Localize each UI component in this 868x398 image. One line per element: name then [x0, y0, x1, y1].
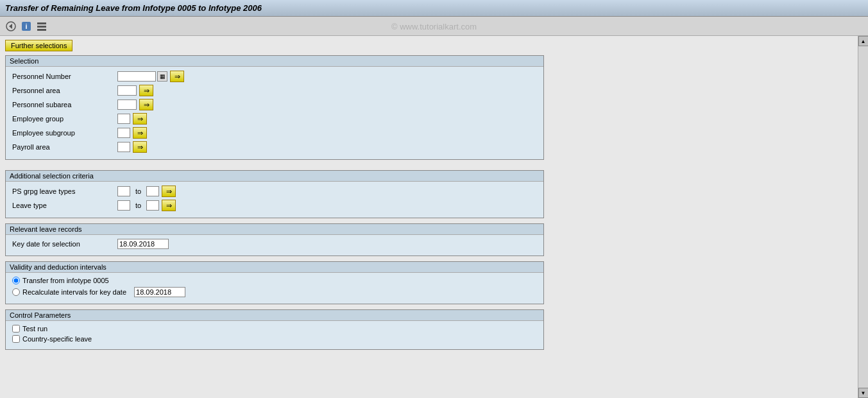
title-bar: Transfer of Remaining Leave from Infotyp…: [0, 0, 868, 17]
test-run-label: Test run: [22, 325, 47, 333]
svg-rect-5: [37, 26, 46, 28]
personnel-area-arrow-btn[interactable]: ⇒: [139, 85, 153, 96]
ps-grpg-leave-types-label: PS grpg leave types: [12, 187, 115, 195]
personnel-number-input[interactable]: [117, 71, 156, 82]
relevant-leave-section: Relevant leave records Key date for sele…: [5, 223, 544, 256]
personnel-number-arrow-btn[interactable]: ⇒: [170, 71, 184, 82]
payroll-area-input[interactable]: [117, 142, 130, 152]
employee-subgroup-label: Employee subgroup: [12, 129, 115, 137]
ps-grpg-to-label: to: [135, 187, 141, 195]
further-selections-button[interactable]: Further selections: [5, 40, 72, 51]
selection-section-header: Selection: [6, 56, 543, 67]
leave-type-to-input[interactable]: [146, 200, 159, 211]
leave-type-arrow-btn[interactable]: ⇒: [162, 200, 176, 211]
recalculate-radio-row: Recalculate intervals for key date: [12, 287, 537, 297]
additional-selection-body: PS grpg leave types to ⇒ Leave type to ⇒: [6, 182, 543, 218]
additional-selection-section: Additional selection criteria PS grpg le…: [5, 170, 544, 218]
country-specific-leave-label: Country-specific leave: [22, 335, 92, 343]
transfer-radio-label: Transfer from infotype 0005: [22, 277, 109, 284]
employee-subgroup-input[interactable]: [117, 128, 130, 138]
ps-grpg-leave-types-to-input[interactable]: [146, 186, 159, 196]
test-run-checkbox[interactable]: [12, 325, 20, 333]
page-title: Transfer of Remaining Leave from Infotyp…: [5, 3, 262, 13]
additional-selection-header: Additional selection criteria: [6, 171, 543, 182]
validity-deduction-body: Transfer from infotype 0005 Recalculate …: [6, 273, 543, 304]
control-parameters-header: Control Parameters: [6, 310, 543, 321]
personnel-area-label: Personnel area: [12, 87, 115, 94]
recalculate-radio-label: Recalculate intervals for key date: [22, 288, 126, 296]
payroll-area-arrow-btn[interactable]: ⇒: [133, 141, 147, 153]
ps-grpg-leave-types-from-input[interactable]: [117, 186, 130, 196]
svg-rect-4: [37, 22, 46, 24]
personnel-subarea-label: Personnel subarea: [12, 101, 115, 108]
leave-type-row: Leave type to ⇒: [12, 200, 537, 211]
country-specific-leave-row: Country-specific leave: [12, 335, 537, 343]
control-parameters-section: Control Parameters Test run Country-spec…: [5, 309, 544, 350]
payroll-area-label: Payroll area: [12, 143, 115, 151]
validity-deduction-header: Validity and deduction intervals: [6, 262, 543, 273]
personnel-number-matchcode-btn[interactable]: ▦: [157, 71, 167, 82]
validity-deduction-section: Validity and deduction intervals Transfe…: [5, 261, 544, 304]
employee-subgroup-row: Employee subgroup ⇒: [12, 127, 537, 139]
leave-type-from-input[interactable]: [117, 200, 130, 211]
key-date-label: Key date for selection: [12, 240, 115, 248]
ps-grpg-leave-types-row: PS grpg leave types to ⇒: [12, 186, 537, 197]
employee-group-label: Employee group: [12, 115, 115, 123]
personnel-number-label: Personnel Number: [12, 73, 115, 80]
personnel-area-input[interactable]: [117, 85, 137, 96]
selection-section: Selection Personnel Number ▦ ⇒ Personnel…: [5, 55, 544, 160]
back-icon[interactable]: [5, 21, 17, 32]
leave-type-to-label: to: [135, 202, 141, 209]
key-date-input[interactable]: [117, 239, 169, 249]
toolbar: i: [0, 17, 868, 36]
payroll-area-row: Payroll area ⇒: [12, 141, 537, 153]
relevant-leave-body: Key date for selection: [6, 235, 543, 255]
leave-type-label: Leave type: [12, 202, 115, 209]
personnel-number-input-wrapper: ▦: [117, 71, 167, 82]
key-date-row: Key date for selection: [12, 239, 537, 249]
svg-rect-6: [37, 29, 46, 31]
info-icon[interactable]: i: [21, 21, 32, 32]
employee-group-arrow-btn[interactable]: ⇒: [133, 113, 147, 125]
transfer-radio-row: Transfer from infotype 0005: [12, 277, 537, 284]
country-specific-leave-checkbox[interactable]: [12, 335, 20, 343]
personnel-number-row: Personnel Number ▦ ⇒: [12, 71, 537, 82]
employee-subgroup-arrow-btn[interactable]: ⇒: [133, 127, 147, 139]
personnel-subarea-row: Personnel subarea ⇒: [12, 99, 537, 110]
recalculate-date-input[interactable]: [134, 287, 185, 297]
selection-section-body: Personnel Number ▦ ⇒ Personnel area ⇒ Pe…: [6, 67, 543, 159]
transfer-radio[interactable]: [12, 277, 20, 284]
personnel-subarea-input[interactable]: [117, 100, 137, 110]
employee-group-input[interactable]: [117, 114, 130, 124]
svg-marker-1: [9, 24, 12, 29]
test-run-row: Test run: [12, 325, 537, 333]
employee-group-row: Employee group ⇒: [12, 113, 537, 125]
personnel-area-row: Personnel area ⇒: [12, 85, 537, 96]
layout-icon[interactable]: [36, 21, 47, 32]
control-parameters-body: Test run Country-specific leave: [6, 321, 543, 349]
svg-text:i: i: [25, 22, 27, 30]
recalculate-radio[interactable]: [12, 288, 20, 296]
relevant-leave-header: Relevant leave records: [6, 224, 543, 235]
ps-grpg-leave-types-arrow-btn[interactable]: ⇒: [162, 186, 176, 197]
personnel-subarea-arrow-btn[interactable]: ⇒: [139, 99, 153, 110]
main-content: Further selections Selection Personnel N…: [0, 36, 868, 398]
